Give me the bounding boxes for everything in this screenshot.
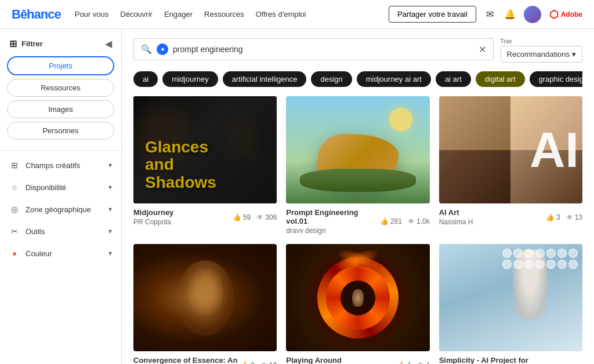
like-icon: 👍 <box>233 213 241 221</box>
gallery-thumb-playing <box>286 244 429 351</box>
gallery-stats: 👍 59 👁 306 <box>233 213 277 221</box>
gallery-item-ai-art[interactable]: AI AI Art Nassima H 👍 3 <box>439 96 582 235</box>
sidebar-couleur[interactable]: ● Couleur ▾ <box>0 242 121 264</box>
view-icon: 👁 <box>408 217 415 225</box>
sidebar-header: ⊞ Filtrer ◀ <box>0 38 121 56</box>
chevron-down-icon: ▾ <box>108 227 112 235</box>
chevron-down-icon: ▾ <box>108 249 112 257</box>
main-nav: Pour vous Découvrir Engager Ressources O… <box>75 10 389 19</box>
gallery-meta-ai: AI Art Nassima H 👍 3 👁 13 <box>439 208 582 226</box>
gallery-item-prompt-engineering[interactable]: Prompt Engineering vol.01 dravv design 👍… <box>286 96 429 235</box>
gallery-grid: Glances and Shadows Midjourney PR Coppol… <box>133 96 582 364</box>
tag-midjourney-ai-art[interactable]: midjourney ai art <box>357 71 431 87</box>
view-icon: 👁 <box>260 361 267 364</box>
gallery-title: Midjourney <box>133 208 173 217</box>
like-icon: 👍 <box>546 213 555 221</box>
header: Bēhance Pour vous Découvrir Engager Ress… <box>0 0 594 29</box>
gallery-meta-prompt: Prompt Engineering vol.01 dravv design 👍… <box>286 208 429 235</box>
chevron-down-icon: ▾ <box>108 183 112 191</box>
gallery-meta-midjourney: Midjourney PR Coppola 👍 59 👁 306 <box>133 208 277 226</box>
gallery-thumb-prompt <box>286 96 429 203</box>
gallery-meta-playing: Playing Around Matthew Crook 👍 1 👁 4 <box>286 356 429 364</box>
gallery-item-convergence[interactable]: Convergence of Essence: An AI Odyssey 👍 … <box>133 244 277 364</box>
tags-row: ai midjourney artificial intelligence de… <box>133 71 582 87</box>
chevron-down-icon: ▾ <box>108 161 112 169</box>
view-icon: 👁 <box>566 213 573 221</box>
view-icon: 👁 <box>256 213 263 221</box>
tag-digital-art[interactable]: digital art <box>476 71 525 87</box>
nav-decouvrir[interactable]: Découvrir <box>120 10 153 19</box>
nav-ressources[interactable]: Ressources <box>204 10 244 19</box>
search-badge: ✦ <box>157 43 168 55</box>
mail-icon[interactable]: ✉ <box>484 9 496 20</box>
sidebar-divider <box>0 150 121 151</box>
gallery-thumb-midjourney: Glances and Shadows <box>133 96 277 203</box>
sidebar-outils[interactable]: ✂ Outils ▾ <box>0 220 121 242</box>
outils-icon: ✂ <box>9 226 20 236</box>
gallery-stats: 👍 3 👁 13 <box>546 213 582 221</box>
tab-projets[interactable]: Projets <box>7 56 114 75</box>
gallery-item-simplicity[interactable]: Simplicity - AI Project for GLITCH Mag S… <box>439 244 582 364</box>
dropdown-icon: ▾ <box>572 50 576 59</box>
like-icon: 👍 <box>380 217 389 225</box>
adobe-logo: ⬡ Adobe <box>549 8 582 21</box>
couleur-icon: ● <box>9 248 20 259</box>
nav-offres[interactable]: Offres d'emploi <box>256 10 306 19</box>
tab-ressources[interactable]: Ressources <box>7 79 114 97</box>
avatar[interactable] <box>524 6 541 23</box>
behance-logo[interactable]: Bēhance <box>12 7 61 22</box>
tag-artificial-intelligence[interactable]: artificial intelligence <box>223 71 307 87</box>
tag-ai-art[interactable]: ai art <box>436 71 471 87</box>
ai-overlay: AI <box>439 96 582 203</box>
gallery-item-playing-around[interactable]: Playing Around Matthew Crook 👍 1 👁 4 <box>286 244 429 364</box>
clear-icon[interactable]: ✕ <box>479 44 486 55</box>
sidebar: ⊞ Filtrer ◀ Projets Ressources Images Pe… <box>0 29 122 364</box>
like-icon: 👍 <box>397 361 405 365</box>
gallery-title: Playing Around <box>286 356 342 364</box>
glances-text: Glances and Shadows <box>145 139 216 192</box>
content-area: 🔍 ✦ ✕ Trier Recommandations ▾ ai midjour… <box>122 29 594 364</box>
sidebar-champs-creatifs[interactable]: ⊞ Champs créatifs ▾ <box>0 154 121 176</box>
gallery-meta-simplicity: Simplicity - AI Project for GLITCH Mag S… <box>439 356 582 364</box>
tag-design[interactable]: design <box>311 71 352 87</box>
tab-images[interactable]: Images <box>7 100 114 118</box>
gallery-title: Simplicity - AI Project for GLITCH Mag S… <box>439 356 538 364</box>
champs-icon: ⊞ <box>9 160 20 170</box>
gallery-title: Prompt Engineering vol.01 <box>286 208 380 225</box>
header-right: Partager votre travail ✉ 🔔 ⬡ Adobe <box>389 6 582 23</box>
search-input[interactable] <box>173 45 474 54</box>
main-container: ⊞ Filtrer ◀ Projets Ressources Images Pe… <box>0 29 594 364</box>
search-sort-row: 🔍 ✦ ✕ Trier Recommandations ▾ <box>133 38 582 63</box>
gallery-thumb-convergence <box>133 244 277 351</box>
nav-pour-vous[interactable]: Pour vous <box>75 10 109 19</box>
gallery-author: PR Coppola <box>133 218 173 226</box>
gallery-stats: 👍 1 👁 4 <box>397 361 429 365</box>
gallery-item-midjourney[interactable]: Glances and Shadows Midjourney PR Coppol… <box>133 96 277 235</box>
search-icon: 🔍 <box>141 44 152 54</box>
zone-icon: ◎ <box>9 204 20 214</box>
filter-icon: ⊞ <box>9 38 17 49</box>
gallery-stats: 👍 3 👁 10 <box>240 361 277 364</box>
tag-midjourney[interactable]: midjourney <box>162 71 218 87</box>
bell-icon[interactable]: 🔔 <box>504 9 516 20</box>
sort-select[interactable]: Recommandations ▾ <box>501 46 582 63</box>
search-bar: 🔍 ✦ ✕ <box>133 38 494 60</box>
sidebar-collapse-button[interactable]: ◀ <box>105 38 112 49</box>
view-icon: 👁 <box>417 361 424 365</box>
sidebar-zone-geographique[interactable]: ◎ Zone géographique ▾ <box>0 198 121 220</box>
sidebar-tabs: Projets Ressources Images Personnes <box>0 56 121 147</box>
gallery-author: Nassima H <box>439 218 473 226</box>
nav-engager[interactable]: Engager <box>164 10 193 19</box>
tag-graphic-designer[interactable]: graphic designer <box>530 71 582 87</box>
gallery-thumb-ai: AI <box>439 96 582 203</box>
sort-wrapper: Trier Recommandations ▾ <box>501 38 582 63</box>
share-button[interactable]: Partager votre travail <box>389 6 476 23</box>
sidebar-disponibilite[interactable]: ○ Disponibilité ▾ <box>0 176 121 198</box>
tab-personnes[interactable]: Personnes <box>7 122 114 140</box>
like-icon: 👍 <box>240 361 249 364</box>
tag-ai[interactable]: ai <box>133 71 158 87</box>
gallery-stats: 👍 281 👁 1,0k <box>380 217 430 225</box>
filter-label: ⊞ Filtrer <box>9 38 43 49</box>
gallery-author: dravv design <box>286 227 380 235</box>
sort-label: Trier <box>501 38 582 45</box>
